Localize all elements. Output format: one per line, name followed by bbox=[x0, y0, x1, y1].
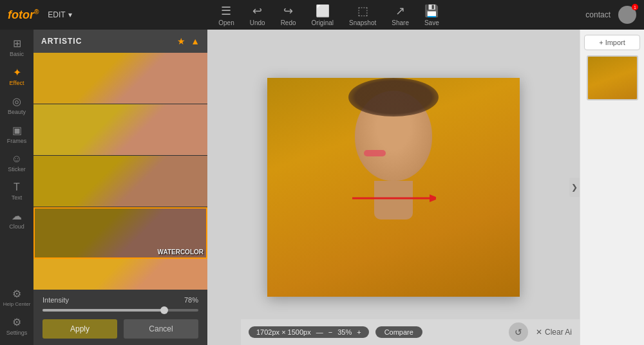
sidebar-item-help[interactable]: ⚙ Help Center bbox=[3, 284, 31, 311]
effects-title: ARTISTIC bbox=[41, 37, 82, 46]
clear-ai-icon: ✕ bbox=[536, 328, 542, 337]
original-button[interactable]: ⬜ Original bbox=[312, 4, 334, 26]
effect-thumb-3[interactable] bbox=[33, 156, 207, 207]
effects-header-icons: ★ ▲ bbox=[177, 36, 200, 46]
redo-icon: ↪ bbox=[283, 4, 293, 18]
settings-label: Settings bbox=[6, 330, 28, 336]
effects-collapse-icon[interactable]: ▲ bbox=[191, 36, 200, 46]
intensity-slider[interactable] bbox=[43, 309, 198, 312]
sticker-icon: ☺ bbox=[12, 153, 22, 165]
original-label: Original bbox=[312, 19, 334, 26]
share-button[interactable]: ↗ Share bbox=[392, 4, 409, 26]
settings-icon: ⚙ bbox=[12, 316, 21, 328]
effect-thumb-1[interactable] bbox=[33, 53, 207, 104]
snapshot-icon: ⬚ bbox=[357, 4, 368, 18]
status-right: ↺ ✕ Clear Ai bbox=[509, 322, 572, 342]
sidebar-item-beauty[interactable]: ◎ Beauty bbox=[0, 91, 33, 119]
effect-icon: ✦ bbox=[13, 66, 21, 79]
beauty-icon: ◎ bbox=[12, 95, 21, 107]
apply-button[interactable]: Apply bbox=[43, 319, 117, 339]
icon-sidebar: ⊞ Basic ✦ Effect ◎ Beauty ▣ Frames ☺ Sti… bbox=[0, 30, 33, 345]
effects-panel: ARTISTIC ★ ▲ WATERCOLOR Intensity 78% bbox=[33, 30, 207, 345]
edit-label: EDIT bbox=[48, 10, 65, 19]
toolbar: fotor® EDIT ▾ ☰ Open ↩ Undo ↪ Redo ⬜ Ori… bbox=[0, 0, 644, 30]
import-label: Import bbox=[605, 39, 625, 46]
redo-button[interactable]: ↪ Redo bbox=[281, 4, 296, 26]
intensity-area: Intensity 78% Apply Cancel bbox=[33, 290, 207, 345]
effect-thumb-4[interactable]: WATERCOLOR bbox=[33, 207, 207, 259]
effects-scroll[interactable]: WATERCOLOR bbox=[33, 53, 207, 290]
canvas-area: 1702px × 1500px — − 35% + Compare ↺ ✕ Cl… bbox=[207, 30, 580, 345]
snapshot-button[interactable]: ⬚ Snapshot bbox=[349, 4, 376, 26]
beauty-label: Beauty bbox=[8, 109, 26, 115]
avatar[interactable]: 1 bbox=[618, 6, 636, 24]
sidebar-item-cloud[interactable]: ☁ Cloud bbox=[0, 206, 33, 234]
sidebar-item-sticker[interactable]: ☺ Sticker bbox=[0, 149, 33, 176]
zoom-minus[interactable]: − bbox=[328, 328, 332, 336]
image-thumbnail[interactable] bbox=[587, 55, 638, 100]
sidebar-item-basic[interactable]: ⊞ Basic bbox=[0, 33, 33, 61]
snapshot-label: Snapshot bbox=[349, 19, 376, 26]
slider-fill bbox=[43, 309, 164, 312]
sidebar-item-effect[interactable]: ✦ Effect bbox=[0, 62, 33, 90]
dimension-text: 1702px × 1500px bbox=[256, 328, 311, 336]
open-button[interactable]: ☰ Open bbox=[218, 4, 234, 26]
edit-menu[interactable]: EDIT ▾ bbox=[48, 10, 71, 19]
compare-button[interactable]: Compare bbox=[375, 326, 422, 338]
sidebar-item-text[interactable]: T Text bbox=[0, 178, 33, 205]
cancel-button[interactable]: Cancel bbox=[124, 319, 198, 339]
reset-button[interactable]: ↺ bbox=[509, 322, 528, 342]
clear-ai-label: Clear Ai bbox=[545, 328, 572, 337]
avatar-badge: 1 bbox=[632, 4, 638, 10]
intensity-label: Intensity bbox=[43, 296, 69, 304]
main-image bbox=[267, 78, 520, 297]
save-icon: 💾 bbox=[424, 4, 439, 18]
effect-thumb-2[interactable] bbox=[33, 104, 207, 156]
sidebar-bottom: ⚙ Help Center ⚙ Settings bbox=[3, 284, 31, 345]
sidebar-item-frames[interactable]: ▣ Frames bbox=[0, 120, 33, 148]
status-bar: 1702px × 1500px — − 35% + Compare ↺ ✕ Cl… bbox=[241, 319, 580, 345]
share-label: Share bbox=[392, 19, 409, 26]
sticker-label: Sticker bbox=[8, 166, 26, 172]
frames-icon: ▣ bbox=[12, 124, 22, 136]
zoom-value: 35% bbox=[337, 328, 352, 336]
import-plus-icon: + bbox=[599, 39, 605, 46]
save-button[interactable]: 💾 Save bbox=[424, 4, 439, 26]
clear-ai-button[interactable]: ✕ Clear Ai bbox=[536, 328, 572, 337]
undo-icon: ↩ bbox=[252, 4, 262, 18]
effect-thumb-5[interactable] bbox=[33, 259, 207, 290]
undo-button[interactable]: ↩ Undo bbox=[250, 4, 265, 26]
effects-header: ARTISTIC ★ ▲ bbox=[33, 30, 207, 53]
image-dimensions: 1702px × 1500px — − 35% + bbox=[249, 326, 369, 338]
basic-icon: ⊞ bbox=[13, 37, 21, 50]
intensity-value: 78% bbox=[184, 296, 198, 304]
intensity-row: Intensity 78% bbox=[43, 296, 198, 304]
slider-thumb[interactable] bbox=[160, 306, 168, 314]
bookmark-icon[interactable]: ★ bbox=[177, 36, 185, 46]
toolbar-center: ☰ Open ↩ Undo ↪ Redo ⬜ Original ⬚ Snapsh… bbox=[72, 4, 586, 26]
redo-label: Redo bbox=[281, 19, 296, 26]
zoom-plus[interactable]: + bbox=[357, 328, 361, 336]
open-label: Open bbox=[218, 19, 234, 26]
help-icon: ⚙ bbox=[12, 288, 21, 300]
open-icon: ☰ bbox=[221, 4, 231, 18]
text-icon: T bbox=[14, 182, 20, 193]
save-label: Save bbox=[424, 19, 439, 26]
toolbar-right: contact 1 bbox=[585, 6, 636, 24]
frames-label: Frames bbox=[7, 138, 27, 144]
effect-thumb-4-label: WATERCOLOR bbox=[158, 248, 204, 256]
status-info: 1702px × 1500px — − 35% + Compare bbox=[249, 326, 422, 338]
sidebar-item-settings[interactable]: ⚙ Settings bbox=[3, 312, 31, 340]
main-area: ⊞ Basic ✦ Effect ◎ Beauty ▣ Frames ☺ Sti… bbox=[0, 30, 644, 345]
import-button[interactable]: + Import bbox=[584, 35, 640, 50]
share-icon: ↗ bbox=[395, 4, 405, 18]
separator: — bbox=[316, 328, 323, 336]
right-panel-toggle[interactable]: ❯ bbox=[569, 178, 580, 197]
text-label: Text bbox=[12, 194, 23, 201]
basic-label: Basic bbox=[10, 51, 24, 57]
undo-label: Undo bbox=[250, 19, 265, 26]
effect-label: Effect bbox=[10, 80, 24, 86]
original-icon: ⬜ bbox=[316, 4, 330, 18]
cloud-label: Cloud bbox=[9, 223, 24, 230]
cloud-icon: ☁ bbox=[12, 210, 22, 222]
